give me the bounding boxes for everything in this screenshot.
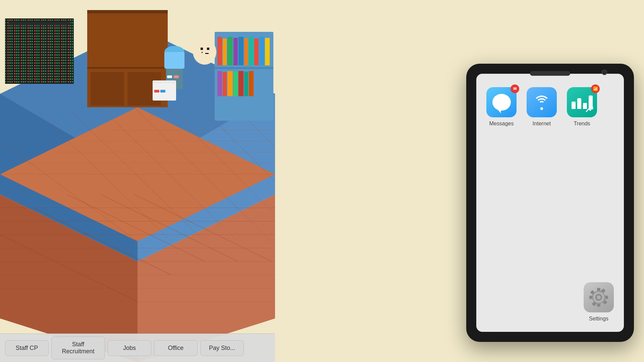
phone-screen: ✉ Messages Internet — [476, 74, 624, 332]
svg-rect-40 — [233, 38, 238, 65]
svg-rect-34 — [174, 75, 179, 78]
svg-rect-62 — [160, 90, 165, 93]
svg-rect-41 — [238, 37, 244, 65]
wifi-icon — [533, 94, 551, 111]
svg-rect-38 — [223, 39, 227, 65]
svg-rect-28 — [91, 72, 124, 106]
svg-rect-39 — [227, 37, 233, 65]
phone-speaker — [530, 71, 570, 76]
staff-recruitment-button[interactable]: StaffRecruitment — [51, 337, 105, 359]
svg-rect-50 — [233, 71, 238, 96]
app-grid-row-1: ✉ Messages Internet — [486, 87, 614, 127]
trends-arrow-icon — [585, 106, 594, 114]
svg-rect-23 — [8, 22, 70, 25]
svg-rect-45 — [259, 37, 264, 65]
bottom-nav: Staff CP StaffRecruitment Jobs Office Pa… — [0, 334, 275, 362]
svg-rect-27 — [87, 67, 168, 69]
svg-rect-58 — [205, 53, 209, 54]
internet-label: Internet — [533, 121, 551, 127]
pixel-art-room — [0, 0, 275, 362]
svg-rect-42 — [244, 38, 248, 65]
svg-rect-26 — [87, 10, 168, 13]
jobs-button[interactable]: Jobs — [108, 340, 151, 356]
trends-badge: 📶 — [591, 84, 600, 93]
office-button[interactable]: Office — [154, 340, 198, 356]
messages-badge: ✉ — [511, 84, 519, 93]
staff-cp-button[interactable]: Staff CP — [5, 340, 49, 356]
trends-app[interactable]: 📶 Trends — [567, 87, 597, 127]
internet-icon[interactable] — [527, 87, 557, 117]
svg-rect-56 — [207, 48, 209, 50]
svg-rect-47 — [217, 71, 222, 96]
svg-rect-60 — [154, 81, 175, 83]
settings-icon-container[interactable] — [584, 282, 614, 312]
trends-label: Trends — [574, 121, 590, 127]
internet-app[interactable]: Internet — [527, 87, 557, 127]
svg-rect-33 — [167, 75, 172, 78]
svg-rect-48 — [223, 72, 227, 96]
svg-point-54 — [193, 39, 216, 65]
svg-rect-44 — [254, 39, 259, 65]
svg-rect-18 — [5, 18, 74, 84]
settings-label: Settings — [589, 316, 608, 322]
settings-app[interactable]: Settings — [584, 282, 614, 322]
pay-store-button[interactable]: Pay Sto... — [200, 340, 244, 356]
svg-rect-61 — [154, 90, 159, 93]
svg-rect-31 — [164, 52, 184, 69]
svg-rect-52 — [244, 72, 248, 96]
svg-rect-37 — [217, 37, 222, 65]
svg-rect-51 — [238, 71, 244, 96]
svg-rect-24 — [8, 27, 70, 27]
message-bubble-icon — [492, 94, 511, 111]
svg-rect-57 — [202, 52, 203, 53]
messages-label: Messages — [489, 121, 514, 127]
trends-icon[interactable]: 📶 — [567, 87, 597, 117]
svg-rect-49 — [227, 71, 233, 96]
svg-rect-43 — [249, 37, 254, 65]
messages-icon[interactable]: ✉ — [486, 87, 517, 117]
app-grid-spacer — [486, 133, 614, 276]
phone-device: ✉ Messages Internet — [466, 64, 634, 342]
messages-app[interactable]: ✉ Messages — [486, 87, 517, 127]
svg-rect-55 — [201, 48, 203, 50]
gear-icon — [589, 287, 609, 307]
phone-camera — [602, 70, 607, 75]
svg-rect-36 — [215, 67, 273, 69]
svg-rect-46 — [265, 38, 270, 65]
svg-rect-53 — [249, 71, 254, 96]
app-grid-row-3: Settings — [486, 282, 614, 322]
